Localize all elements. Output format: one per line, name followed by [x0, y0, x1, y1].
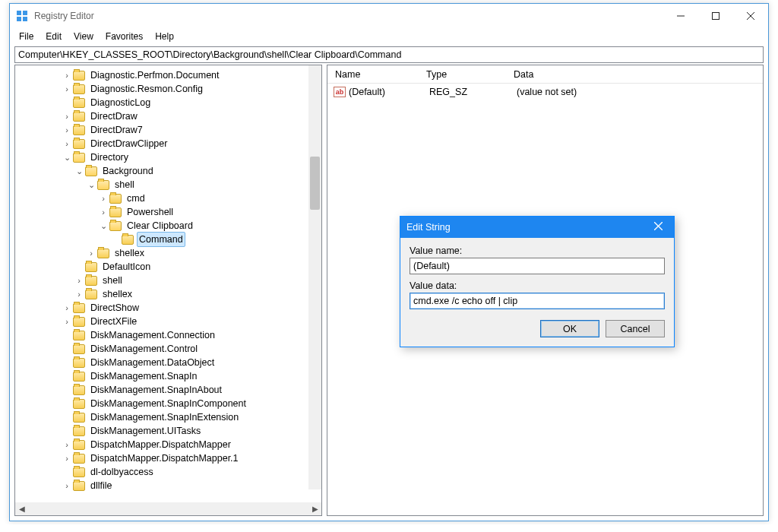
expand-icon[interactable]: ›	[62, 438, 71, 451]
tree-node[interactable]: dl-dolbyaccess	[15, 465, 321, 479]
tree-node[interactable]: DiskManagement.SnapInExtension	[15, 410, 321, 424]
tree-node[interactable]: ›DirectDraw	[15, 109, 321, 123]
column-type[interactable]: Type	[419, 69, 506, 80]
folder-icon	[73, 467, 85, 477]
tree-node[interactable]: ›shellex	[15, 246, 321, 260]
menu-help[interactable]: Help	[149, 30, 180, 43]
dialog-close-button[interactable]	[648, 222, 668, 233]
tree-node[interactable]: ›shellex	[15, 287, 321, 301]
scrollbar-track[interactable]	[28, 502, 308, 515]
expand-icon[interactable]: ›	[62, 109, 71, 123]
value-name-input[interactable]	[410, 258, 665, 274]
registry-editor-window: Registry Editor File Edit View Favorites…	[9, 3, 769, 521]
value-data-input[interactable]	[410, 293, 665, 309]
menu-view[interactable]: View	[68, 30, 100, 43]
tree-node-label: dl-dolbyaccess	[88, 465, 156, 479]
tree-node[interactable]: ⌄Directory	[15, 150, 321, 164]
svg-rect-3	[23, 17, 27, 21]
tree-node[interactable]: ›DispatchMapper.DispatchMapper	[15, 438, 321, 451]
tree-node[interactable]: ›DirectShow	[15, 301, 321, 315]
minimize-button[interactable]	[663, 4, 698, 28]
collapse-icon[interactable]: ⌄	[62, 150, 71, 164]
tree-node-label: Directory	[88, 150, 131, 164]
tree-node[interactable]: DiagnosticLog	[15, 96, 321, 109]
value-row[interactable]: ab (Default) REG_SZ (value not set)	[327, 84, 763, 100]
expand-icon[interactable]: ›	[62, 451, 71, 465]
tree-node[interactable]: Command	[15, 233, 321, 246]
expand-icon[interactable]: ›	[99, 205, 108, 219]
expand-icon[interactable]: ›	[87, 246, 96, 260]
tree-node[interactable]: ›DispatchMapper.DispatchMapper.1	[15, 451, 321, 465]
expand-icon[interactable]: ›	[62, 479, 71, 492]
tree-node[interactable]: DiskManagement.Connection	[15, 328, 321, 342]
tree-node[interactable]: ›dllfile	[15, 479, 321, 492]
folder-icon	[73, 153, 85, 163]
address-bar[interactable]: Computer\HKEY_CLASSES_ROOT\Directory\Bac…	[14, 46, 764, 63]
menu-favorites[interactable]: Favorites	[100, 30, 149, 43]
tree-node-label: DiskManagement.DataObject	[88, 356, 217, 369]
tree-node[interactable]: ›Diagnostic.Perfmon.Document	[15, 68, 321, 82]
tree-node[interactable]: DiskManagement.DataObject	[15, 356, 321, 369]
value-list-pane: Name Type Data ab (Default) REG_SZ (valu…	[327, 65, 764, 516]
tree-node[interactable]: ›DirectDraw7	[15, 123, 321, 137]
tree-node[interactable]: DiskManagement.SnapIn	[15, 369, 321, 383]
tree-node[interactable]: ⌄Background	[15, 164, 321, 178]
tree-node-label: DirectDraw7	[88, 123, 145, 137]
scrollbar-thumb[interactable]	[310, 157, 320, 210]
expand-icon[interactable]: ›	[62, 68, 71, 82]
tree-node[interactable]: ⌄shell	[15, 178, 321, 192]
folder-icon	[85, 290, 97, 299]
tree-node[interactable]: ›Diagnostic.Resmon.Config	[15, 82, 321, 96]
tree-node[interactable]: ›cmd	[15, 192, 321, 205]
list-header: Name Type Data	[327, 65, 763, 84]
expand-icon[interactable]: ›	[62, 137, 71, 150]
tree-node[interactable]: ›DirectDrawClipper	[15, 137, 321, 150]
tree-node[interactable]: DiskManagement.Control	[15, 342, 321, 356]
cancel-button[interactable]: Cancel	[606, 320, 665, 337]
expand-icon[interactable]: ›	[62, 301, 71, 315]
tree-node[interactable]: ⌄Clear Clipboard	[15, 219, 321, 233]
tree-node-label: Command	[137, 232, 185, 247]
expand-icon[interactable]: ›	[62, 123, 71, 137]
tree-node[interactable]: ›Powershell	[15, 205, 321, 219]
tree-node[interactable]: DiskManagement.SnapInComponent	[15, 397, 321, 410]
edit-string-dialog: Edit String Value name: Value data: OK C…	[400, 216, 675, 347]
tree-node-label: Powershell	[125, 205, 176, 219]
collapse-icon[interactable]: ⌄	[99, 219, 108, 233]
tree-node-label: Diagnostic.Perfmon.Document	[88, 68, 222, 82]
tree-node[interactable]: ›shell	[15, 274, 321, 287]
ok-button[interactable]: OK	[540, 320, 599, 337]
tree-node[interactable]: DiskManagement.SnapInAbout	[15, 383, 321, 397]
svg-rect-0	[17, 11, 21, 15]
tree-node[interactable]: DefaultIcon	[15, 260, 321, 274]
tree-node-label: Clear Clipboard	[125, 219, 195, 233]
scroll-left-icon[interactable]: ◀	[15, 502, 28, 515]
collapse-icon[interactable]: ⌄	[74, 164, 84, 178]
column-data[interactable]: Data	[506, 69, 763, 80]
column-name[interactable]: Name	[327, 69, 419, 80]
folder-icon	[73, 344, 85, 354]
tree-horizontal-scrollbar[interactable]: ◀ ▶	[15, 502, 321, 515]
folder-icon	[73, 372, 85, 382]
close-button[interactable]	[733, 4, 768, 28]
menu-file[interactable]: File	[13, 30, 40, 43]
expand-icon[interactable]: ›	[62, 315, 71, 328]
menu-edit[interactable]: Edit	[40, 30, 68, 43]
collapse-icon[interactable]: ⌄	[87, 178, 96, 192]
scroll-right-icon[interactable]: ▶	[308, 502, 321, 515]
expand-icon[interactable]: ›	[74, 287, 84, 301]
tree-vertical-scrollbar[interactable]	[308, 65, 321, 489]
registry-tree[interactable]: ›Diagnostic.Perfmon.Document›Diagnostic.…	[15, 65, 321, 496]
tree-node-label: DispatchMapper.DispatchMapper.1	[88, 451, 241, 465]
tree-node[interactable]: ›DirectXFile	[15, 315, 321, 328]
tree-node-label: DiskManagement.SnapInAbout	[88, 383, 224, 397]
expand-icon[interactable]: ›	[99, 192, 108, 205]
tree-node[interactable]: DiskManagement.UITasks	[15, 424, 321, 438]
expand-icon[interactable]: ›	[74, 274, 84, 287]
dialog-titlebar[interactable]: Edit String	[400, 217, 674, 238]
expand-icon[interactable]: ›	[62, 82, 71, 96]
value-name-label: Value name:	[410, 245, 665, 256]
maximize-button[interactable]	[698, 4, 733, 28]
folder-icon	[73, 84, 85, 94]
string-value-icon: ab	[334, 87, 346, 97]
